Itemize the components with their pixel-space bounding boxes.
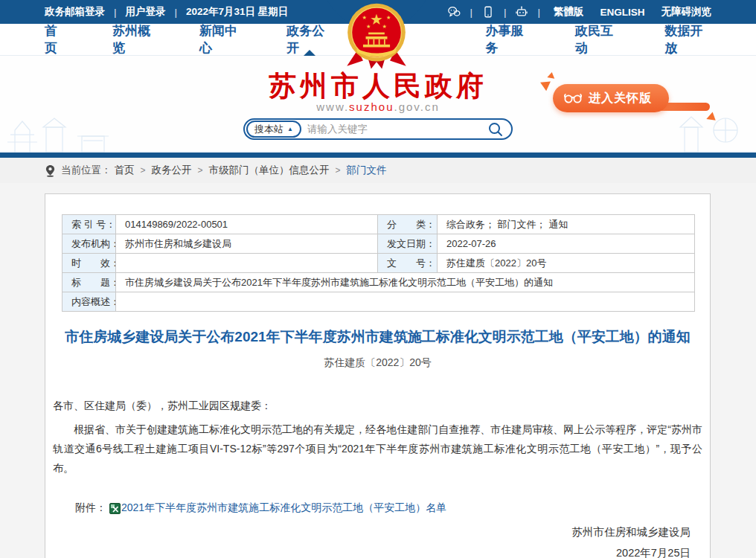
nav-item-interaction[interactable]: 政民互动 [575, 24, 621, 56]
document-card: 索 引 号： 014149869/2022-00501 分 类： 综合政务； 部… [45, 193, 711, 558]
breadcrumb-home[interactable]: 首页 [115, 164, 135, 177]
robot-icon[interactable] [515, 5, 528, 19]
separator: | [114, 7, 117, 18]
arrow-decoration [540, 77, 554, 91]
current-date: 2022年7月31日 星期日 [186, 5, 288, 19]
svg-text:★: ★ [370, 11, 383, 28]
search-input[interactable] [307, 124, 487, 135]
article-title: 市住房城乡建设局关于公布2021年下半年度苏州市建筑施工标准化文明示范工地（平安… [63, 327, 692, 347]
summary-label: 内容概述： [63, 292, 116, 312]
table-row: 内容概述： [63, 292, 695, 312]
mobile-icon[interactable] [481, 5, 495, 19]
nav-item-open-data[interactable]: 数据开放 [665, 24, 711, 56]
breadcrumb-separator: > [141, 165, 146, 176]
url-suffix: .gov.cn [394, 100, 439, 113]
summary-value [116, 292, 695, 312]
publisher-label: 发布机构： [63, 234, 116, 254]
breadcrumb-dept-info[interactable]: 市级部门（单位）信息公开 [209, 164, 330, 177]
index-number-label: 索 引 号： [63, 215, 116, 234]
traditional-chinese-link[interactable]: 繁體版 [554, 5, 584, 19]
svg-text:★: ★ [366, 23, 371, 30]
svg-text:★: ★ [386, 14, 391, 21]
national-emblem-icon: ★ ★ ★ ★ ★ [341, 1, 412, 71]
breadcrumb-dept-files[interactable]: 部门文件 [347, 164, 387, 177]
signer-name: 苏州市住房和城乡建设局 [45, 522, 691, 542]
publish-date-label: 发文日期： [378, 234, 438, 254]
arrow-decoration [547, 71, 555, 79]
nav-item-services[interactable]: 办事服务 [486, 24, 532, 56]
wechat-icon[interactable] [447, 5, 461, 19]
url-prefix: www. [316, 100, 349, 113]
breadcrumb-label: 当前位置： [61, 164, 112, 177]
doc-number-label: 文 号： [378, 254, 438, 273]
attachment-link[interactable]: 2021年下半年度苏州市建筑施工标准化文明示范工地（平安工地）名单 [121, 501, 446, 515]
breadcrumb-separator: > [198, 165, 203, 176]
national-emblem: ★ ★ ★ ★ ★ [341, 0, 412, 71]
title-value: 市住房城乡建设局关于公布2021年下半年度苏州市建筑施工标准化文明示范工地（平安… [116, 273, 695, 292]
breadcrumb-gov-affairs[interactable]: 政务公开 [152, 164, 192, 177]
english-link[interactable]: ENGLISH [600, 7, 644, 18]
separator: | [470, 7, 472, 18]
table-row: 时 效： 文 号： 苏住建质〔2022〕20号 [63, 254, 695, 273]
care-version-area: 进入关怀版 [542, 74, 710, 126]
title-label: 标 题： [63, 273, 116, 292]
breadcrumb-separator: > [336, 165, 341, 176]
care-version-button[interactable]: 进入关怀版 [553, 84, 669, 112]
svg-text:★: ★ [362, 14, 366, 21]
care-version-label: 进入关怀版 [589, 91, 652, 106]
separator: | [504, 7, 507, 18]
chevron-up-icon: ▲ [287, 126, 293, 132]
separator: | [537, 7, 540, 18]
category-label: 分 类： [378, 215, 438, 234]
header-divider-stripe [0, 153, 756, 158]
nav-item-gov-affairs[interactable]: 政务公开 [286, 24, 332, 56]
location-pin-icon [45, 164, 56, 177]
url-highlight: suzhou [349, 100, 394, 113]
doc-number-value: 苏住建质〔2022〕20号 [438, 254, 695, 273]
page: 政务邮箱登录 | 用户登录 | 2022年7月31日 星期日 | [0, 0, 756, 558]
table-row: 发布机构： 苏州市住房和城乡建设局 发文日期： 2022-07-26 [63, 234, 695, 254]
svg-text:★: ★ [382, 23, 387, 30]
site-search: 搜本站 ▲ [243, 118, 513, 140]
excel-file-icon [109, 503, 121, 514]
document-meta-table: 索 引 号： 014149869/2022-00501 分 类： 综合政务； 部… [62, 214, 695, 312]
category-value: 综合政务； 部门文件； 通知 [438, 215, 695, 234]
attachment-label: 附件： [75, 501, 106, 515]
article-doc-number: 苏住建质〔2022〕20号 [45, 356, 710, 370]
search-scope-label: 搜本站 [254, 123, 284, 136]
index-number-value: 014149869/2022-00501 [116, 215, 378, 234]
active-tab-caret [304, 50, 315, 56]
attachment-row: 附件： 2021年下半年度苏州市建筑施工标准化文明示范工地（平安工地）名单 [75, 501, 710, 515]
glasses-icon [563, 92, 583, 104]
table-row: 索 引 号： 014149869/2022-00501 分 类： 综合政务； 部… [63, 215, 695, 234]
breadcrumb: 当前位置： 首页 > 政务公开 > 市级部门（单位）信息公开 > 部门文件 [0, 158, 756, 183]
publish-date-value: 2022-07-26 [438, 234, 695, 254]
accessibility-link[interactable]: 无障碍浏览 [662, 5, 712, 19]
article-salutation: 各市、区住建局（委），苏州工业园区规建委： [53, 400, 702, 413]
nav-item-overview[interactable]: 苏州概览 [112, 24, 158, 56]
user-login-link[interactable]: 用户登录 [126, 5, 166, 19]
mail-login-link[interactable]: 政务邮箱登录 [45, 5, 105, 19]
nav-item-home[interactable]: 首 页 [45, 24, 71, 56]
validity-value [116, 254, 378, 273]
main-content-area: 索 引 号： 014149869/2022-00501 分 类： 综合政务； 部… [0, 183, 756, 558]
signature-block: 苏州市住房和城乡建设局 2022年7月25日 [45, 522, 691, 558]
search-button[interactable] [487, 121, 504, 138]
article-paragraph: 根据省、市关于创建建筑施工标准化文明示范工地的有关规定，经各地住建部门自查推荐、… [53, 420, 702, 478]
validity-label: 时 效： [63, 254, 116, 273]
separator: | [175, 7, 178, 18]
table-row: 标 题： 市住房城乡建设局关于公布2021年下半年度苏州市建筑施工标准化文明示范… [63, 273, 695, 292]
search-scope-dropdown[interactable]: 搜本站 ▲ [246, 121, 301, 138]
publisher-value: 苏州市住房和城乡建设局 [116, 234, 378, 254]
nav-item-news[interactable]: 新闻中心 [199, 24, 245, 56]
search-icon [487, 121, 504, 138]
sign-date: 2022年7月25日 [45, 542, 691, 558]
